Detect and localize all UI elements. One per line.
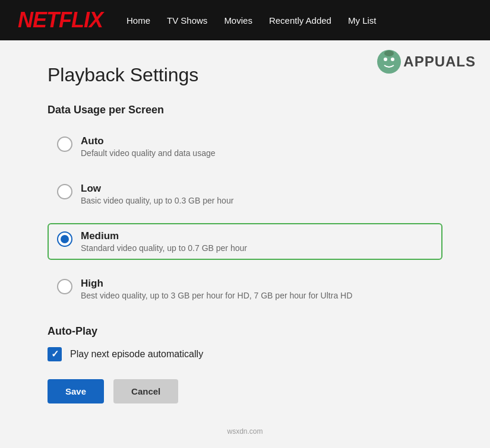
appuals-logo-text: APPUALS — [403, 53, 476, 70]
svg-point-2 — [391, 58, 394, 61]
data-usage-section-title: Data Usage per Screen — [48, 104, 442, 116]
radio-low-circle — [57, 184, 72, 199]
svg-point-1 — [384, 58, 387, 61]
cancel-button[interactable]: Cancel — [113, 379, 178, 403]
radio-high-desc: Best video quality, up to 3 GB per hour … — [81, 291, 352, 300]
radio-auto-circle — [57, 136, 72, 152]
radio-medium-text: Medium Standard video quality, up to 0.7… — [81, 230, 247, 253]
save-button[interactable]: Save — [48, 379, 104, 403]
data-usage-options: Auto Default video quality and data usag… — [48, 128, 442, 307]
radio-auto[interactable]: Auto Default video quality and data usag… — [48, 128, 442, 165]
radio-auto-desc: Default video quality and data usage — [81, 148, 216, 158]
nav-menu: Home TV Shows Movies Recently Added My L… — [127, 15, 376, 26]
radio-medium-label: Medium — [81, 230, 247, 242]
radio-low[interactable]: Low Basic video quality, up to 0.3 GB pe… — [48, 176, 442, 212]
radio-auto-label: Auto — [81, 135, 216, 147]
autoplay-checkbox[interactable]: ✓ — [48, 347, 62, 361]
radio-medium-desc: Standard video quality, up to 0.7 GB per… — [81, 243, 247, 253]
radio-high-label: High — [81, 278, 352, 290]
bottom-watermark: wsxdn.com — [0, 427, 490, 441]
radio-low-text: Low Basic video quality, up to 0.3 GB pe… — [81, 183, 233, 205]
autoplay-label: Play next episode automatically — [70, 349, 203, 360]
nav-tv-shows[interactable]: TV Shows — [167, 15, 207, 26]
radio-low-desc: Basic video quality, up to 0.3 GB per ho… — [81, 196, 233, 205]
nav-my-list[interactable]: My List — [348, 15, 377, 26]
radio-auto-text: Auto Default video quality and data usag… — [81, 135, 216, 158]
button-row: Save Cancel — [48, 379, 442, 403]
appuals-watermark: APPUALS — [376, 49, 476, 75]
radio-medium-circle — [57, 231, 72, 247]
radio-high-text: High Best video quality, up to 3 GB per … — [81, 278, 352, 300]
radio-high[interactable]: High Best video quality, up to 3 GB per … — [48, 271, 442, 307]
netflix-header: NETFLIX Home TV Shows Movies Recently Ad… — [0, 0, 490, 40]
autoplay-section: Auto-Play ✓ Play next episode automatica… — [48, 325, 442, 361]
netflix-logo: NETFLIX — [18, 8, 103, 33]
radio-medium-inner — [61, 235, 69, 243]
nav-movies[interactable]: Movies — [224, 15, 252, 26]
svg-point-3 — [384, 50, 394, 56]
autoplay-checkbox-row[interactable]: ✓ Play next episode automatically — [48, 347, 442, 361]
autoplay-section-title: Auto-Play — [48, 325, 442, 338]
radio-medium[interactable]: Medium Standard video quality, up to 0.7… — [48, 223, 442, 260]
checkmark-icon: ✓ — [51, 349, 59, 359]
appuals-icon — [376, 49, 402, 75]
radio-low-label: Low — [81, 183, 233, 195]
radio-high-circle — [57, 279, 72, 294]
nav-home[interactable]: Home — [127, 15, 150, 26]
main-content: APPUALS Playback Settings Data Usage per… — [0, 40, 490, 427]
nav-recently-added[interactable]: Recently Added — [269, 15, 331, 26]
